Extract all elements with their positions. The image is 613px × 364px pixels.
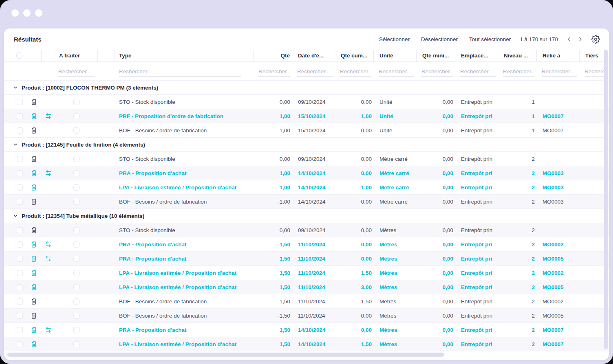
window-dot-icon[interactable] [23,9,31,17]
table-row[interactable]: PRA - Proposition d'achat1,5011/10/20240… [4,237,609,252]
row-select-checkbox[interactable] [17,284,23,290]
search-input-type[interactable] [119,67,241,77]
row-select-checkbox[interactable] [17,199,23,205]
a-traiter-checkbox[interactable] [73,327,79,333]
column-header-qte[interactable]: Qté [254,50,292,61]
row-select-checkbox[interactable] [17,313,23,319]
date-cell: 14/10/2024 [292,337,335,351]
a-traiter-checkbox[interactable] [73,199,79,205]
a-traiter-checkbox[interactable] [73,284,79,290]
unite-cell: Mètres [374,266,417,280]
table-row[interactable]: LPA - Livraison estimée / Proposition d'… [4,337,609,351]
row-select-checkbox[interactable] [17,256,23,262]
horizontal-scrollbar-track [4,351,609,360]
row-select-checkbox[interactable] [17,170,23,176]
a_traiter-cell [55,266,98,280]
group-header[interactable]: Produit : [12145] Feuille de finition (4… [4,138,609,152]
column-label: Date d'é... [298,53,324,59]
search-input-unite[interactable] [379,67,414,77]
row-select-checkbox[interactable] [17,241,23,248]
deselect-button[interactable]: Déselectionner [421,36,458,42]
table-row[interactable]: LPA - Livraison estimée / Proposition d'… [4,280,609,294]
a-traiter-checkbox[interactable] [73,113,79,119]
table-row[interactable]: LPA - Livraison estimée / Proposition d'… [4,266,609,280]
table-row[interactable]: PRA - Proposition d'achat1,0014/10/20240… [4,166,609,180]
next-page-button[interactable] [577,36,583,42]
column-header-niveau[interactable]: Niveau ... [498,50,537,61]
column-header-type[interactable]: Type [115,50,254,61]
row-select-checkbox[interactable] [17,270,23,276]
row-select-checkbox[interactable] [17,227,23,233]
a-traiter-checkbox[interactable] [73,270,79,276]
table-row[interactable]: STO - Stock disponible0,0009/10/20240,00… [4,223,609,237]
relie-cell: MO0007 [537,337,580,351]
qte_min-cell: 0,00 [417,180,455,194]
table-row[interactable]: PRA - Proposition d'achat1,5014/10/20240… [4,323,609,337]
table-row[interactable]: STO - Stock disponible0,0009/10/20240,00… [4,95,609,109]
a-traiter-checkbox[interactable] [73,227,79,233]
search-input-date[interactable] [297,67,333,77]
select-all-checkbox[interactable] [16,53,22,59]
a-traiter-checkbox[interactable] [73,99,79,105]
unite-cell: Mètre carré [374,166,417,180]
search-input-qte_min[interactable] [421,67,453,77]
row-select-checkbox[interactable] [17,99,23,105]
search-input-niveau[interactable] [503,67,534,77]
table-row[interactable]: BOF - Besoins / ordre de fabrication-1,0… [4,195,609,209]
settings-button[interactable] [591,35,600,44]
a-traiter-checkbox[interactable] [73,298,79,305]
date-cell: 11/10/2024 [292,309,335,322]
table-row[interactable]: BOF - Besoins / ordre de fabrication-1,5… [4,309,609,323]
window-dot-icon[interactable] [35,9,42,17]
column-header-qte_min[interactable]: Qté mini... [417,50,455,61]
search-input-qte[interactable] [258,67,290,77]
column-header-unite[interactable]: Unité [374,50,417,61]
a-traiter-checkbox[interactable] [73,184,79,191]
row-select-checkbox[interactable] [17,298,23,305]
qte_min-cell: 0,00 [417,237,455,251]
a-traiter-checkbox[interactable] [73,127,79,134]
search-input-qte_cum[interactable] [340,67,371,77]
prev-page-button[interactable] [566,36,572,42]
search-input-emplacement[interactable] [460,67,496,77]
search-input-a_traiter[interactable] [58,67,95,77]
table-row[interactable]: BOF - Besoins / ordre de fabrication-1,5… [4,294,609,309]
a-traiter-checkbox[interactable] [73,341,79,347]
doc-cell [26,123,42,137]
table-row[interactable]: BOF - Besoins / ordre de fabrication-1,0… [4,123,609,138]
row-select-checkbox[interactable] [17,327,23,333]
select-button[interactable]: Sélectionner [379,36,410,42]
column-header-qte_cum[interactable]: Qté cum... [335,50,374,61]
row-select-checkbox[interactable] [17,184,23,191]
a-traiter-checkbox[interactable] [73,170,79,176]
row-select-checkbox[interactable] [17,156,23,162]
horizontal-scrollbar-thumb[interactable] [7,353,444,357]
table-row[interactable]: PRA - Proposition d'achat1,5011/10/20240… [4,252,609,266]
column-header-relie[interactable]: Relié à [537,50,580,61]
row-select-checkbox[interactable] [17,341,23,347]
column-header-tiers[interactable]: Tiers [580,50,607,61]
window-dot-icon[interactable] [11,9,19,17]
document-icon [30,198,37,206]
qte_cum-cell: 0,00 [335,123,374,137]
a-traiter-checkbox[interactable] [73,156,79,162]
group-header[interactable]: Produit : [10002] FLOCON THERMO PM (3 él… [4,81,609,95]
row-select-checkbox[interactable] [17,113,23,119]
table-row[interactable]: STO - Stock disponible0,0009/10/20240,00… [4,152,609,166]
tiers-cell [580,123,607,137]
search-input-tiers[interactable] [584,67,605,77]
group-header[interactable]: Produit : [12354] Tube métallique (10 él… [4,209,609,223]
search-input-relie[interactable] [542,67,577,77]
a-traiter-checkbox[interactable] [73,241,79,248]
table-row[interactable]: LPA - Livraison estimée / Proposition d'… [4,180,609,195]
vertical-scrollbar-thumb[interactable] [604,50,608,349]
select-all-button[interactable]: Tout sélectionner [469,36,511,42]
row-select-checkbox[interactable] [17,127,23,134]
qte_cum-cell: 0,00 [335,95,374,109]
column-header-emplacement[interactable]: Emplace... [455,50,498,61]
a-traiter-checkbox[interactable] [73,313,79,319]
column-header-a_traiter[interactable]: A traiter [55,50,98,61]
a-traiter-checkbox[interactable] [73,256,79,262]
table-row[interactable]: PRF - Proposition d'ordre de fabrication… [4,109,609,123]
column-header-date[interactable]: Date d'é... [292,50,335,61]
